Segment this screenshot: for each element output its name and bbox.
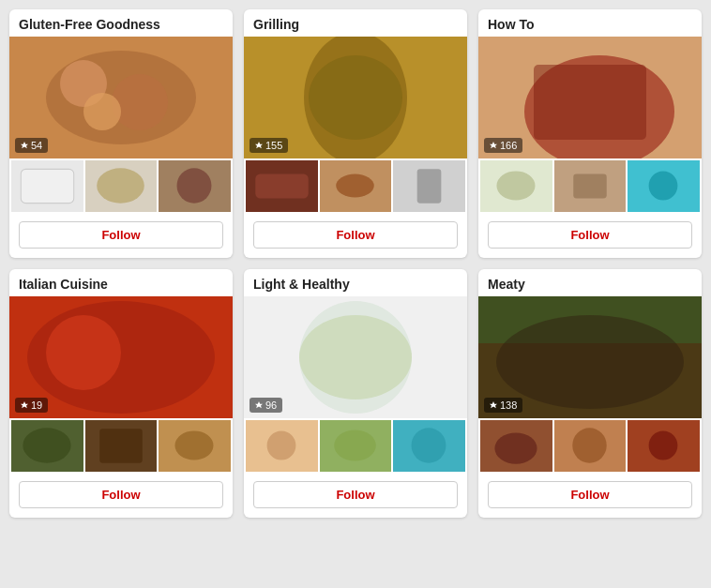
main-image-wrap-how-to: 166 (478, 37, 702, 158)
pin-icon (255, 401, 263, 409)
main-image-wrap-grilling: 155 (244, 37, 467, 158)
main-image-wrap-light-healthy: 96 (244, 296, 467, 418)
pin-count-meaty: 138 (484, 398, 522, 413)
card-meaty: Meaty 138Follow (478, 269, 702, 518)
card-title-meaty: Meaty (478, 269, 702, 296)
follow-wrap-italian: Follow (9, 474, 233, 518)
thumb-how-to-2 (628, 160, 700, 212)
card-title-italian: Italian Cuisine (9, 269, 233, 296)
thumb-italian-0 (11, 420, 83, 472)
pin-icon (490, 401, 497, 409)
thumb-how-to-0 (480, 160, 552, 212)
pin-icon (21, 142, 28, 149)
thumb-meaty-1 (554, 420, 627, 472)
pin-count-light-healthy: 96 (250, 398, 282, 413)
follow-wrap-gluten-free: Follow (9, 214, 233, 258)
cards-grid: Gluten-Free Goodness 54FollowGrilling 15… (9, 9, 702, 518)
thumb-row-light-healthy (244, 418, 467, 474)
follow-button-gluten-free[interactable]: Follow (19, 221, 223, 249)
pin-count-gluten-free: 54 (15, 138, 48, 153)
thumb-gluten-free-0 (11, 160, 83, 212)
thumb-grilling-0 (246, 160, 318, 212)
card-how-to: How To 166Follow (478, 9, 702, 258)
thumb-italian-2 (159, 420, 231, 472)
follow-wrap-grilling: Follow (244, 214, 467, 258)
main-image-wrap-meaty: 138 (478, 296, 702, 418)
pin-icon (21, 401, 28, 409)
card-title-grilling: Grilling (244, 9, 467, 37)
main-image-wrap-gluten-free: 54 (9, 37, 233, 158)
thumb-light-healthy-1 (320, 420, 392, 472)
thumb-row-grilling (244, 158, 467, 214)
card-title-gluten-free: Gluten-Free Goodness (9, 9, 233, 37)
card-light-healthy: Light & Healthy 96Follow (244, 269, 467, 518)
follow-wrap-how-to: Follow (478, 214, 702, 258)
pin-count-how-to: 166 (484, 138, 522, 153)
follow-button-meaty[interactable]: Follow (488, 481, 692, 508)
pin-count-grilling: 155 (250, 138, 288, 153)
pin-count-italian: 19 (15, 398, 48, 413)
thumb-grilling-1 (320, 160, 392, 212)
follow-button-how-to[interactable]: Follow (488, 221, 692, 249)
follow-wrap-meaty: Follow (478, 474, 702, 518)
follow-button-italian[interactable]: Follow (19, 481, 223, 508)
card-italian: Italian Cuisine 19Follow (9, 269, 233, 518)
pin-icon (255, 142, 263, 149)
card-title-light-healthy: Light & Healthy (244, 269, 467, 296)
thumb-grilling-2 (393, 160, 465, 212)
follow-wrap-light-healthy: Follow (244, 474, 467, 518)
thumb-light-healthy-2 (393, 420, 465, 472)
thumb-gluten-free-2 (159, 160, 231, 212)
thumb-gluten-free-1 (85, 160, 158, 212)
thumb-row-gluten-free (9, 158, 233, 214)
thumb-row-meaty (478, 418, 702, 474)
thumb-meaty-2 (628, 420, 700, 472)
pin-icon (490, 142, 497, 149)
main-image-wrap-italian: 19 (9, 296, 233, 418)
thumb-light-healthy-0 (246, 420, 318, 472)
thumb-italian-1 (85, 420, 158, 472)
card-grilling: Grilling 155Follow (244, 9, 467, 258)
thumb-row-how-to (478, 158, 702, 214)
thumb-row-italian (9, 418, 233, 474)
card-title-how-to: How To (478, 9, 702, 37)
follow-button-grilling[interactable]: Follow (253, 221, 458, 249)
card-gluten-free: Gluten-Free Goodness 54Follow (9, 9, 233, 258)
thumb-how-to-1 (554, 160, 627, 212)
follow-button-light-healthy[interactable]: Follow (253, 481, 458, 508)
thumb-meaty-0 (480, 420, 552, 472)
